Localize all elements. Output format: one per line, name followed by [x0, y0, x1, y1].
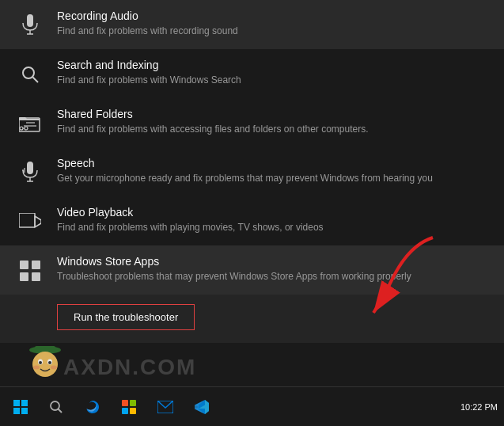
svg-rect-18 — [20, 261, 28, 269]
video-playback-title: Video Playback — [57, 206, 488, 219]
taskbar-edge-icon[interactable] — [76, 390, 109, 424]
main-content: Recording Audio Find and fix problems wi… — [0, 0, 504, 380]
troubleshooter-list: Recording Audio Find and fix problems wi… — [0, 0, 504, 343]
shared-folders-title: Shared Folders — [57, 108, 488, 120]
svg-rect-40 — [122, 408, 128, 414]
svg-line-37 — [59, 409, 63, 413]
taskbar-icons — [38, 390, 460, 424]
list-item-video-playback[interactable]: Video Playback Find and fix problems wit… — [0, 196, 504, 245]
recording-audio-text: Recording Audio Find and fix problems wi… — [57, 10, 488, 38]
taskbar-vscode-icon[interactable] — [185, 390, 218, 424]
svg-rect-16 — [19, 213, 35, 227]
taskbar-store-icon[interactable] — [112, 390, 146, 424]
recording-audio-title: Recording Audio — [57, 10, 488, 22]
search-indexing-text: Search and Indexing Find and fix problem… — [57, 59, 488, 87]
microphone-icon — [16, 11, 44, 40]
svg-rect-35 — [21, 408, 28, 414]
svg-rect-41 — [130, 408, 136, 414]
shared-folders-text: Shared Folders Find and fix problems wit… — [57, 108, 488, 136]
svg-rect-39 — [130, 400, 136, 406]
store-icon — [16, 257, 44, 285]
search-indexing-title: Search and Indexing — [57, 59, 488, 71]
shared-folders-desc: Find and fix problems with accessing fil… — [57, 123, 488, 136]
svg-rect-38 — [122, 400, 128, 406]
speech-desc: Get your microphone ready and fix proble… — [57, 172, 488, 185]
run-troubleshooter-button[interactable]: Run the troubleshooter — [57, 304, 195, 330]
start-button[interactable] — [6, 393, 35, 421]
taskbar-mail-icon[interactable] — [149, 390, 182, 424]
svg-marker-17 — [35, 216, 41, 227]
svg-rect-21 — [32, 272, 40, 281]
shared-folders-icon — [16, 109, 44, 138]
list-item-recording-audio[interactable]: Recording Audio Find and fix problems wi… — [0, 0, 504, 49]
video-icon — [16, 207, 44, 236]
svg-rect-19 — [32, 261, 40, 269]
video-playback-text: Video Playback Find and fix problems wit… — [57, 206, 488, 234]
recording-audio-desc: Find and fix problems with recording sou… — [57, 25, 488, 38]
svg-rect-34 — [13, 408, 20, 414]
search-indexing-desc: Find and fix problems with Windows Searc… — [57, 74, 488, 87]
svg-point-9 — [25, 127, 28, 130]
windows-store-title: Windows Store Apps — [57, 255, 488, 268]
svg-rect-32 — [13, 400, 20, 406]
list-item-speech[interactable]: Speech Get your microphone ready and fix… — [0, 147, 504, 196]
svg-rect-11 — [27, 162, 33, 174]
windows-store-text: Windows Store Apps Troubleshoot problems… — [57, 255, 488, 283]
taskbar-search-icon[interactable] — [40, 390, 73, 424]
svg-rect-20 — [20, 272, 28, 281]
windows-store-desc: Troubleshoot problems that may prevent W… — [57, 270, 488, 283]
taskbar-clock: 10:22 PM — [460, 402, 498, 412]
speech-text: Speech Get your microphone ready and fix… — [57, 157, 488, 185]
svg-rect-0 — [27, 14, 33, 27]
speech-icon — [16, 158, 44, 187]
svg-point-36 — [51, 401, 59, 410]
svg-rect-33 — [21, 400, 28, 406]
taskbar-right: 10:22 PM — [460, 402, 498, 412]
svg-point-8 — [20, 127, 23, 130]
search-icon — [16, 60, 44, 89]
expanded-run-area: Run the troubleshooter — [0, 295, 504, 343]
list-item-shared-folders[interactable]: Shared Folders Find and fix problems wit… — [0, 98, 504, 147]
svg-line-4 — [33, 78, 39, 83]
svg-point-3 — [23, 67, 34, 78]
list-item-search-indexing[interactable]: Search and Indexing Find and fix problem… — [0, 49, 504, 98]
video-playback-desc: Find and fix problems with playing movie… — [57, 221, 488, 234]
speech-title: Speech — [57, 157, 488, 169]
list-item-windows-store[interactable]: Windows Store Apps Troubleshoot problems… — [0, 245, 504, 295]
taskbar: 10:22 PM — [0, 386, 504, 426]
